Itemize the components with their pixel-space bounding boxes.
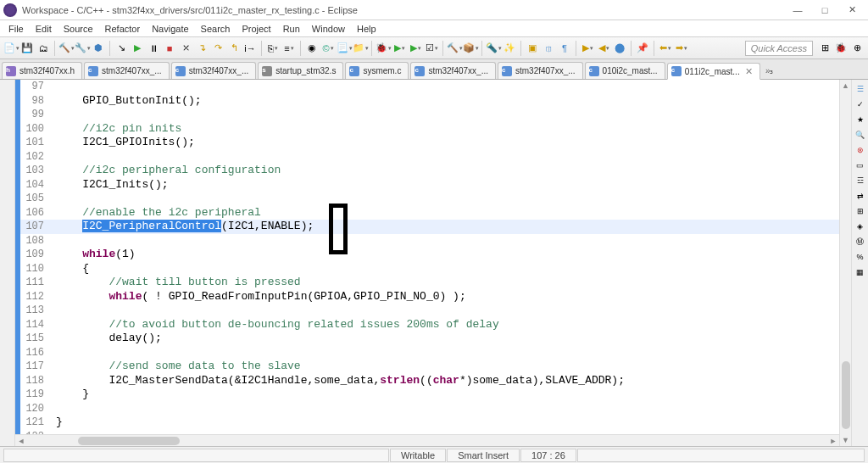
code-text[interactable]: I2C_PeripheralControl(I2C1,ENABLE); bbox=[51, 220, 839, 234]
maximize-button[interactable]: □ bbox=[812, 2, 837, 19]
new-cpp-source-icon[interactable]: 📃 bbox=[337, 41, 352, 56]
vertical-scrollbar[interactable]: ▲ ▼ bbox=[839, 80, 851, 446]
perspective-debug-icon[interactable]: 🐞 bbox=[833, 41, 849, 56]
code-line[interactable]: 107 I2C_PeripheralControl(I2C1,ENABLE); bbox=[15, 220, 839, 234]
code-text[interactable]: { bbox=[51, 262, 839, 276]
menu-run[interactable]: Run bbox=[278, 22, 305, 36]
coverage-view-icon[interactable]: % bbox=[854, 251, 866, 263]
code-text[interactable]: //wait till button is pressed bbox=[51, 276, 839, 290]
code-line[interactable]: 102 bbox=[15, 150, 839, 165]
code-line[interactable]: 118 I2C_MasterSendData(&I2C1Handle,some_… bbox=[15, 374, 839, 388]
save-icon[interactable]: 💾 bbox=[19, 41, 35, 56]
left-marker-bar[interactable] bbox=[0, 80, 15, 446]
code-line[interactable]: 101 I2C1_GPIOInits(); bbox=[15, 136, 839, 150]
outline-icon[interactable]: ☰ bbox=[854, 83, 866, 95]
console-icon[interactable]: ▭ bbox=[854, 159, 866, 171]
code-text[interactable] bbox=[51, 346, 839, 360]
code-line[interactable]: 117 //send some data to the slave bbox=[15, 360, 839, 374]
scroll-left-icon[interactable]: ◄ bbox=[15, 435, 27, 447]
quick-access-field[interactable]: Quick Access bbox=[745, 41, 813, 56]
scroll-up-icon[interactable]: ▲ bbox=[840, 80, 852, 92]
perspective-cpp-icon[interactable]: ⊞ bbox=[817, 41, 832, 56]
code-line[interactable]: 106 //enable the i2c peripheral bbox=[15, 206, 839, 220]
resume-icon[interactable]: ▶ bbox=[130, 41, 145, 56]
minimize-button[interactable]: — bbox=[785, 2, 810, 19]
horizontal-scrollbar[interactable]: ◄ ► bbox=[15, 434, 839, 446]
menu-search[interactable]: Search bbox=[196, 22, 236, 36]
editor-tab[interactable]: cstm32f407xx_... bbox=[410, 62, 496, 79]
editor-tab[interactable]: cstm32f407xx_... bbox=[84, 62, 170, 79]
code-text[interactable] bbox=[51, 234, 839, 248]
new-icon[interactable]: 📄 bbox=[3, 41, 19, 56]
launch-config-icon[interactable]: 🔨 bbox=[447, 41, 462, 56]
code-text[interactable]: GPIO_ButtonInit(); bbox=[51, 94, 839, 109]
search-results-icon[interactable]: 🔍 bbox=[854, 129, 866, 141]
code-text[interactable]: I2C1_Inits(); bbox=[51, 178, 839, 192]
code-text[interactable]: while( ! GPIO_ReadFromInputPin(GPIOA,GPI… bbox=[51, 290, 839, 304]
code-line[interactable]: 108 bbox=[15, 234, 839, 248]
code-line[interactable]: 97 bbox=[15, 80, 839, 94]
code-text[interactable]: I2C1_GPIOInits(); bbox=[51, 136, 839, 150]
launch-mode-icon[interactable]: ⎘ bbox=[265, 41, 281, 56]
scroll-down-icon[interactable]: ▼ bbox=[840, 434, 852, 446]
call-hierarchy-icon[interactable]: ⇄ bbox=[854, 190, 866, 202]
code-line[interactable]: 119 } bbox=[15, 388, 839, 402]
code-text[interactable] bbox=[51, 80, 839, 94]
menu-refactor[interactable]: Refactor bbox=[100, 22, 146, 36]
editor-tab[interactable]: c010i2c_mast... bbox=[585, 62, 665, 79]
open-element-icon[interactable]: ◉ bbox=[304, 41, 320, 56]
menu-project[interactable]: Project bbox=[236, 22, 275, 36]
close-icon[interactable]: ✕ bbox=[745, 66, 753, 77]
code-line[interactable]: 100 //i2c pin inits bbox=[15, 122, 839, 137]
code-line[interactable]: 105 bbox=[15, 192, 839, 206]
instruction-step-icon[interactable]: i→ bbox=[242, 41, 258, 56]
editor-tab[interactable]: cstm32f407xx_... bbox=[498, 62, 583, 79]
code-line[interactable]: 116 bbox=[15, 346, 839, 360]
toggle-block-icon[interactable]: ⎅ bbox=[541, 41, 556, 56]
new-folder-icon[interactable]: 📁 bbox=[353, 41, 368, 56]
menu-source[interactable]: Source bbox=[58, 22, 98, 36]
code-line[interactable]: 103 //i2c peripheral configuration bbox=[15, 164, 839, 178]
code-text[interactable] bbox=[51, 430, 839, 435]
code-line[interactable]: 99 bbox=[15, 108, 839, 122]
wand-icon[interactable]: ✨ bbox=[502, 41, 517, 56]
editor-tab[interactable]: sstartup_stm32.s bbox=[258, 62, 343, 79]
code-text[interactable] bbox=[51, 108, 839, 122]
new-cpp-class-icon[interactable]: © bbox=[320, 41, 336, 56]
pin-icon[interactable]: 📌 bbox=[635, 41, 650, 56]
prev-annotation-icon[interactable]: ◀ bbox=[596, 41, 611, 56]
tasks-icon[interactable]: ✓ bbox=[854, 98, 866, 110]
editor-tab[interactable]: cstm32f407xx_... bbox=[171, 62, 257, 79]
close-button[interactable]: ✕ bbox=[839, 2, 865, 19]
code-text[interactable] bbox=[51, 402, 839, 416]
launch-icon[interactable]: ≡ bbox=[281, 41, 297, 56]
terminate-icon[interactable]: ■ bbox=[162, 41, 177, 56]
code-line[interactable]: 115 delay(); bbox=[15, 332, 839, 346]
debug-icon[interactable]: 🐞 bbox=[376, 41, 391, 56]
debug-restart-icon[interactable]: ↘ bbox=[114, 41, 129, 56]
code-line[interactable]: 114 //to avoid button de-bouncing relate… bbox=[15, 318, 839, 332]
build-icon[interactable]: 🔨 bbox=[58, 41, 74, 56]
scroll-right-icon[interactable]: ► bbox=[827, 435, 839, 447]
editor-tab[interactable]: csysmem.c bbox=[345, 62, 409, 79]
macro-expansion-icon[interactable]: Ⓜ bbox=[854, 236, 866, 248]
code-text[interactable]: while(1) bbox=[51, 248, 839, 262]
nav-forward-icon[interactable]: ➡ bbox=[674, 41, 689, 56]
toggle-whitespace-icon[interactable]: ¶ bbox=[557, 41, 572, 56]
build-project-icon[interactable]: 📦 bbox=[463, 41, 478, 56]
code-text[interactable]: //to avoid button de-bouncing related is… bbox=[51, 318, 839, 332]
save-all-icon[interactable]: 🗂 bbox=[36, 41, 51, 56]
scroll-thumb[interactable] bbox=[78, 437, 180, 445]
tab-overflow-icon[interactable]: »₃ bbox=[762, 62, 777, 79]
code-content[interactable]: 9798 GPIO_ButtonInit();99100 //i2c pin i… bbox=[15, 80, 839, 434]
next-annotation-icon[interactable]: ▶ bbox=[580, 41, 595, 56]
code-text[interactable]: //i2c pin inits bbox=[51, 122, 839, 137]
memory-icon[interactable]: ▦ bbox=[854, 266, 866, 278]
scroll-thumb[interactable] bbox=[842, 361, 850, 429]
bookmarks-icon[interactable]: ★ bbox=[854, 114, 866, 126]
code-line[interactable]: 113 bbox=[15, 304, 839, 318]
code-text[interactable] bbox=[51, 150, 839, 165]
code-scroll[interactable]: 9798 GPIO_ButtonInit();99100 //i2c pin i… bbox=[15, 80, 839, 434]
perspective-switch-icon[interactable]: ⊕ bbox=[849, 41, 865, 56]
code-text[interactable] bbox=[51, 192, 839, 206]
